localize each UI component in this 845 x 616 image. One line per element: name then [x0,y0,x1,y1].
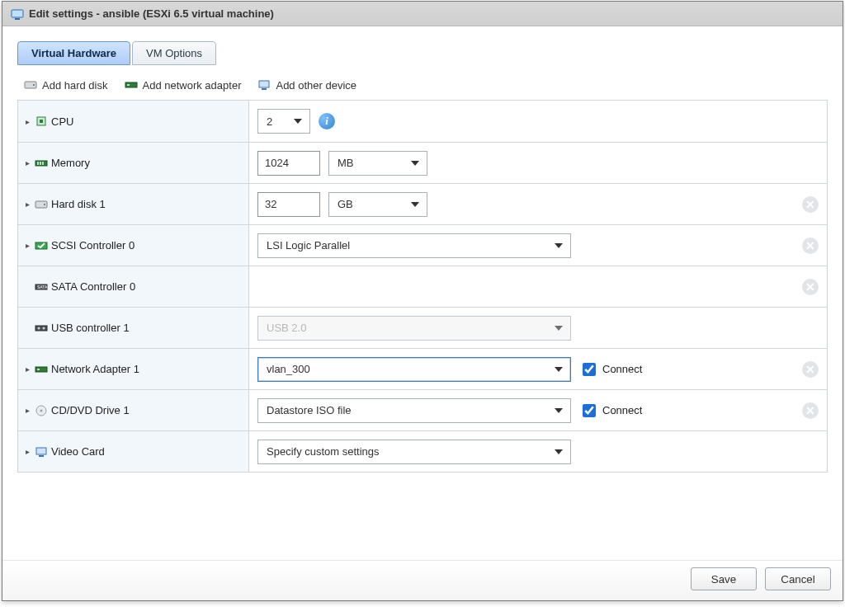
row-cddvd-drive-1: ▸ CD/DVD Drive 1 Datastore ISO file Conn… [18,389,827,430]
svg-rect-6 [259,81,269,87]
scsi-label: SCSI Controller 0 [51,239,135,252]
svg-rect-23 [37,369,40,370]
add-other-device-button[interactable]: Add other device [257,78,356,92]
svg-rect-0 [12,10,23,17]
row-cpu: ▸ CPU 2 i [18,101,827,142]
nic-label: Network Adapter 1 [51,363,139,375]
cd-source-select[interactable]: Datastore ISO file [257,398,571,423]
remove-cddvd-button[interactable]: ✕ [802,402,819,419]
hard-disk-icon [35,198,48,211]
tab-vm-options[interactable]: VM Options [132,41,216,65]
hdd-unit-select[interactable]: GB [328,192,427,217]
hard-disk-icon [24,78,37,92]
usb-controller-icon [35,322,48,335]
add-network-adapter-button[interactable]: Add network adapter [125,78,242,92]
sata-controller-icon: SATA [35,280,48,294]
memory-unit-select[interactable]: MB [328,151,427,176]
cd-connect-label: Connect [602,404,642,416]
row-usb-controller-1: USB controller 1 USB 2.0 [18,307,827,348]
expand-scsi[interactable]: ▸ [23,241,31,250]
scsi-controller-icon [35,239,48,252]
network-adapter-icon [35,363,48,376]
add-network-adapter-label: Add network adapter [143,79,242,92]
add-other-device-label: Add other device [276,79,356,92]
video-card-icon [35,445,48,458]
nic-connect-input[interactable] [583,363,596,376]
remove-sata-button[interactable]: ✕ [802,279,819,295]
video-label: Video Card [51,445,105,458]
svg-rect-26 [36,448,46,454]
remove-nic-button[interactable]: ✕ [802,361,819,378]
nic-connect-label: Connect [602,363,642,375]
usb-label: USB controller 1 [51,322,130,334]
row-memory: ▸ Memory MB [18,142,827,183]
nic-network-select[interactable]: vlan_300 [257,357,571,382]
svg-rect-19 [35,326,47,331]
remove-hdd-button[interactable]: ✕ [802,196,819,213]
other-device-icon [257,78,271,92]
hdd-size-input[interactable] [257,192,320,217]
svg-point-21 [43,327,45,329]
cd-drive-icon [35,404,48,417]
dialog-titlebar: Edit settings - ansible (ESXi 6.5 virtua… [2,2,843,26]
usb-type-select: USB 2.0 [257,316,571,341]
remove-scsi-button[interactable]: ✕ [802,237,819,254]
expand-cddvd[interactable]: ▸ [23,406,31,415]
expand-video[interactable]: ▸ [23,447,31,456]
svg-rect-11 [37,162,39,165]
add-hard-disk-button[interactable]: Add hard disk [24,78,108,92]
row-sata-controller-0: SATA SATA Controller 0 ✕ [18,266,827,307]
svg-rect-7 [262,88,267,90]
cd-connect-checkbox[interactable]: Connect [579,402,642,420]
svg-rect-27 [39,455,44,457]
dialog-footer: Save Cancel [2,560,843,600]
svg-rect-5 [127,84,130,86]
expand-hdd[interactable]: ▸ [23,200,31,209]
cpu-icon [35,115,48,128]
sata-label: SATA Controller 0 [51,280,135,293]
cpu-count-select[interactable]: 2 [257,109,310,134]
row-network-adapter-1: ▸ Network Adapter 1 vlan_300 Connect ✕ [18,348,827,389]
svg-point-15 [44,204,45,205]
hdd-label: Hard disk 1 [51,198,106,210]
vm-icon [11,7,24,21]
svg-point-3 [33,84,35,86]
cd-label: CD/DVD Drive 1 [51,404,130,416]
cpu-label: CPU [51,115,73,128]
network-adapter-icon [125,78,138,92]
svg-rect-9 [40,120,43,123]
expand-nic[interactable]: ▸ [23,364,31,374]
row-video-card: ▸ Video Card Specify custom settings [18,430,827,472]
tab-virtual-hardware[interactable]: Virtual Hardware [17,41,130,65]
row-scsi-controller-0: ▸ SCSI Controller 0 LSI Logic Parallel ✕ [18,224,827,266]
memory-value-input[interactable] [257,151,320,176]
save-button[interactable]: Save [691,567,757,590]
scsi-type-select[interactable]: LSI Logic Parallel [257,233,571,258]
memory-label: Memory [51,157,90,169]
nic-connect-checkbox[interactable]: Connect [579,360,642,379]
hardware-grid: ▸ CPU 2 i ▸ Memory [17,100,828,473]
svg-rect-12 [40,162,41,165]
cd-connect-input[interactable] [583,404,596,417]
video-settings-select[interactable]: Specify custom settings [257,440,571,464]
svg-text:SATA: SATA [37,284,48,289]
row-harddisk-1: ▸ Hard disk 1 GB ✕ [18,183,827,224]
memory-icon [35,157,48,170]
expand-memory[interactable]: ▸ [23,158,31,167]
svg-rect-13 [42,162,44,165]
svg-point-20 [38,327,40,329]
expand-cpu[interactable]: ▸ [23,117,31,126]
edit-settings-dialog: Edit settings - ansible (ESXi 6.5 virtua… [2,1,843,601]
cpu-info-icon[interactable]: i [319,113,335,129]
dialog-title: Edit settings - ansible (ESXi 6.5 virtua… [29,7,274,20]
tab-strip: Virtual Hardware VM Options [17,41,828,65]
svg-point-25 [40,409,43,411]
hardware-toolbar: Add hard disk Add network adapter Add ot… [17,75,828,100]
add-hard-disk-label: Add hard disk [42,79,108,92]
svg-rect-1 [15,18,20,20]
cancel-button[interactable]: Cancel [765,567,831,590]
